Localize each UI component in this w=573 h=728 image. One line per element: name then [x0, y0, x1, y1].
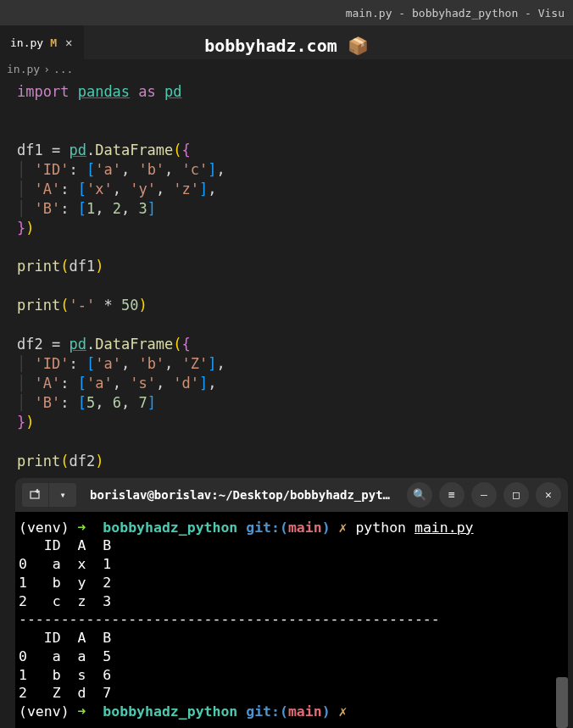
- plus-tab-icon: [30, 489, 42, 501]
- tab-modified-indicator: M: [50, 36, 57, 49]
- terminal-title: borislav@borislav:~/Desktop/bobbyhadz_py…: [83, 488, 400, 502]
- terminal-new-tab-group: ▾: [22, 483, 76, 507]
- window-title: main.py - bobbyhadz_python - Visu: [346, 7, 565, 19]
- dropdown-button[interactable]: ▾: [49, 483, 76, 507]
- close-icon: ✕: [545, 488, 552, 501]
- minimize-icon: —: [481, 488, 487, 501]
- chevron-right-icon: ›: [43, 63, 50, 75]
- close-button[interactable]: ✕: [536, 482, 561, 508]
- maximize-icon: □: [513, 488, 520, 501]
- scrollbar[interactable]: [556, 677, 568, 728]
- minimize-button[interactable]: —: [471, 482, 497, 508]
- title-bar: main.py - bobbyhadz_python - Visu: [0, 0, 573, 25]
- menu-button[interactable]: ≡: [439, 482, 465, 508]
- breadcrumb-more: ...: [53, 63, 73, 75]
- breadcrumb[interactable]: in.py › ...: [0, 59, 573, 79]
- close-icon[interactable]: ✕: [64, 36, 74, 49]
- terminal-body[interactable]: (venv) ➜ bobbyhadz_python git:(main) ✗ p…: [15, 512, 568, 728]
- search-button[interactable]: 🔍: [407, 482, 432, 508]
- terminal-header: ▾ borislav@borislav:~/Desktop/bobbyhadz_…: [15, 478, 568, 512]
- maximize-button[interactable]: □: [503, 482, 529, 508]
- menu-icon: ≡: [448, 488, 455, 501]
- tab-bar: in.py M ✕: [0, 25, 573, 59]
- file-tab[interactable]: in.py M ✕: [0, 25, 84, 59]
- new-tab-button[interactable]: [22, 483, 49, 507]
- search-icon: 🔍: [413, 488, 426, 501]
- terminal-window: ▾ borislav@borislav:~/Desktop/bobbyhadz_…: [15, 478, 568, 728]
- tab-filename: in.py: [10, 36, 43, 49]
- code-editor[interactable]: import pandas as pd df1 = pd.DataFrame({…: [0, 79, 573, 475]
- breadcrumb-file: in.py: [7, 63, 40, 75]
- chevron-down-icon: ▾: [59, 489, 65, 501]
